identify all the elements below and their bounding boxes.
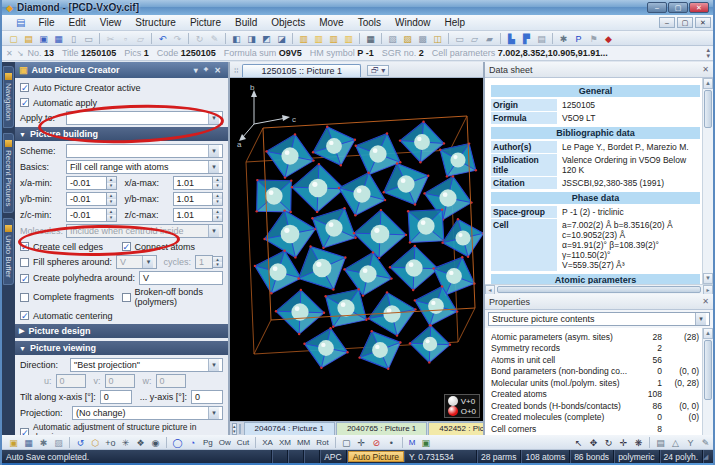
frame3-icon[interactable]: ▰ (482, 32, 497, 45)
apc-active-checkbox[interactable] (20, 83, 29, 92)
close-button[interactable]: ✕ (689, 2, 709, 13)
menu-build[interactable]: Build (228, 16, 264, 29)
tab-spinner[interactable]: ▴▾ (232, 423, 237, 435)
mdi-close-button[interactable]: ✕ (695, 17, 711, 28)
broken-bonds-checkbox[interactable] (122, 293, 131, 302)
forbid-icon[interactable]: ⊘ (369, 436, 384, 449)
section-picture-design[interactable]: ▶Picture design (15, 324, 228, 338)
cell-box-icon[interactable]: ▢ (339, 436, 354, 449)
cluster-icon[interactable]: ❖ (133, 436, 148, 449)
menu-view[interactable]: View (93, 16, 129, 29)
properties-combo[interactable]: Structure picture contents▾ (488, 312, 710, 326)
cell-edges-checkbox[interactable] (20, 242, 29, 251)
mdi-restore-button[interactable]: ▢ (677, 17, 693, 28)
tilt-y-field[interactable]: 0 (191, 390, 223, 404)
xm-button[interactable]: XM (276, 436, 294, 449)
record-spinner[interactable]: ▴▾ (706, 47, 713, 59)
picture-tab-1[interactable]: 2040765 : Picture 1 (336, 422, 427, 435)
duplicate-picture-icon[interactable]: ▨ (400, 32, 415, 45)
projection-combo[interactable]: (No change)▾ (72, 406, 223, 420)
ruler-icon[interactable]: ▤ (653, 436, 668, 449)
apply-icon[interactable]: ✎ (207, 32, 222, 45)
minimize-button[interactable]: – (647, 2, 667, 13)
menu-file[interactable]: File (31, 16, 61, 29)
picture-window-icon[interactable]: ▣ (6, 436, 21, 449)
tab-list-icon[interactable] (239, 424, 241, 434)
layout-window-icon[interactable]: ▦ (21, 436, 36, 449)
auto-adjust-checkbox[interactable] (20, 428, 29, 436)
angle-icon[interactable]: △ (668, 436, 683, 449)
open-folder-icon[interactable]: ▤ (21, 32, 36, 45)
data-sheet-hscrollbar[interactable]: ◂▸ (485, 284, 713, 294)
apc-title-bar[interactable]: ▣ Auto Picture Creator ▾ ⌖ ✕ (15, 62, 228, 78)
rot-button[interactable]: Rot (313, 436, 331, 449)
xa-button[interactable]: XA (259, 436, 276, 449)
view-structure-icon[interactable]: ◧ (229, 32, 244, 45)
print-icon[interactable]: ▭ (81, 32, 96, 45)
mm-button[interactable]: MM (294, 436, 313, 449)
auto-centering-checkbox[interactable] (20, 311, 29, 320)
molecule-icon[interactable]: ⬡ (88, 436, 103, 449)
chevron-down-icon[interactable]: ▾ (208, 359, 219, 371)
side-tab-recent-pictures[interactable]: Recent Pictures (3, 133, 14, 213)
polyhedra-checkbox[interactable] (20, 274, 29, 283)
splitter-grip-icon[interactable]: ⁞⁞ (234, 66, 238, 75)
report-icon[interactable]: ▤ (534, 32, 549, 45)
move-mode-icon[interactable]: ✥ (586, 436, 601, 449)
ow-button[interactable]: Ow (216, 436, 234, 449)
maximize-button[interactable]: ▢ (668, 2, 688, 13)
structure-viewport[interactable]: bca V+0O+0 (230, 78, 483, 421)
menu-picture[interactable]: Picture (183, 16, 228, 29)
connect-atoms-checkbox[interactable] (122, 242, 131, 251)
section-picture-viewing[interactable]: ▼Picture viewing (15, 341, 228, 355)
connect-icon[interactable]: ✳ (118, 436, 133, 449)
move-all-icon[interactable]: ✛ (354, 436, 369, 449)
chevron-down-icon[interactable]: ▾ (208, 161, 219, 173)
add-atom-icon[interactable]: +o (103, 436, 118, 449)
gallery-icon[interactable]: ◫ (430, 32, 445, 45)
spinner[interactable]: ▴▾ (107, 208, 117, 222)
properties-icon[interactable]: P (571, 32, 586, 45)
data-sheet-header[interactable]: Data sheet ✕ (485, 62, 713, 78)
menu-window[interactable]: Window (388, 16, 438, 29)
pg-button[interactable]: Pg (200, 436, 216, 449)
import-structure-icon[interactable]: ▥ (311, 32, 326, 45)
view-data-icon[interactable]: ◨ (244, 32, 259, 45)
auto-picture-mode-badge[interactable]: Auto Picture (348, 451, 404, 462)
new-window-icon[interactable]: 🗗 ▾ (367, 65, 389, 76)
wrench-icon[interactable]: ✱ (556, 32, 571, 45)
arc-select-icon[interactable]: ◔ (185, 436, 200, 449)
chevron-down-icon[interactable]: ▾ (695, 313, 706, 325)
export-structure-icon[interactable]: ▥ (326, 32, 341, 45)
paste-icon[interactable]: ▱ (133, 32, 148, 45)
frame-icon[interactable]: ▣ (418, 436, 433, 449)
apply-to-combo[interactable]: ▾ (66, 111, 223, 125)
menu-edit[interactable]: Edit (62, 16, 93, 29)
chevron-down-icon[interactable]: ▾ (208, 112, 219, 124)
layout-icon[interactable]: ▩ (415, 32, 430, 45)
goto-record-icon[interactable]: ↘ (17, 49, 24, 58)
resize-grip[interactable]: ◢ (703, 453, 713, 461)
spinner[interactable]: ▴▾ (213, 176, 223, 190)
tools-icon[interactable]: ✱ (36, 436, 51, 449)
side-tab-navigation[interactable]: Navigation (3, 66, 14, 128)
save-all-icon[interactable]: ▦ (51, 32, 66, 45)
m-button[interactable]: M (406, 436, 419, 449)
spin-mode-icon[interactable]: ❋ (631, 436, 646, 449)
range-min-field-0[interactable]: -0.01 (66, 176, 107, 190)
torsion-icon[interactable]: Y (683, 436, 698, 449)
range-min-field-2[interactable]: -0.01 (66, 208, 107, 222)
undo-icon[interactable]: ↶ (155, 32, 170, 45)
properties-vscrollbar[interactable]: ▲▼ (702, 328, 713, 446)
undo-view-icon[interactable]: ↺ (73, 436, 88, 449)
range-max-field-2[interactable]: 1.01 (173, 208, 214, 222)
properties-header[interactable]: Properties ✕ (485, 294, 713, 310)
cut-button[interactable]: Cut (234, 436, 252, 449)
refresh-icon[interactable]: ↻ (192, 32, 207, 45)
chevron-down-icon[interactable]: ▾ (208, 145, 219, 157)
menu-tools[interactable]: Tools (351, 16, 388, 29)
chart1-icon[interactable]: ▙ (504, 32, 519, 45)
range-min-field-1[interactable]: -0.01 (66, 192, 107, 206)
zoom-mode-icon[interactable]: ✛ (616, 436, 631, 449)
packing-icon[interactable]: ◉ (148, 436, 163, 449)
